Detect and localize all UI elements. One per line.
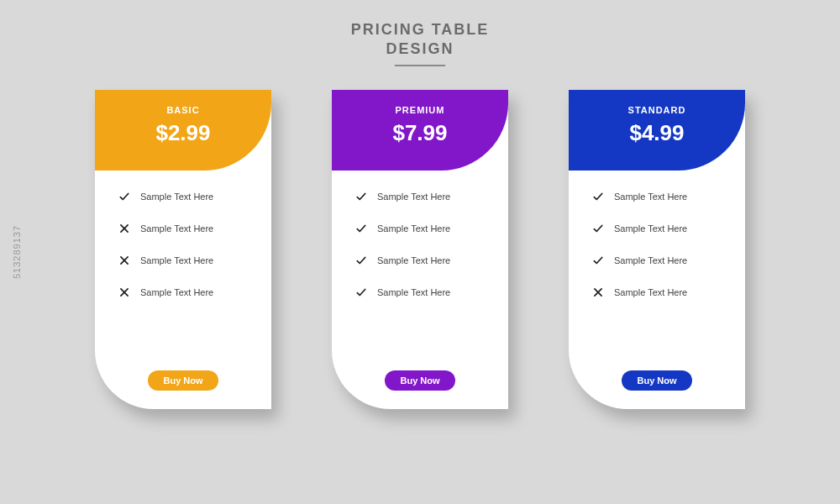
feature-label: Sample Text Here	[377, 287, 450, 297]
feature-item: Sample Text Here	[118, 255, 253, 266]
check-icon	[592, 223, 604, 234]
feature-label: Sample Text Here	[140, 287, 213, 297]
feature-label: Sample Text Here	[614, 223, 687, 234]
card-header: BASIC $2.99	[95, 90, 271, 171]
page-title: PRICING TABLE DESIGN	[0, 0, 840, 66]
feature-item: Sample Text Here	[355, 286, 490, 298]
check-icon	[118, 191, 130, 202]
feature-label: Sample Text Here	[614, 287, 687, 297]
feature-list: Sample Text Here Sample Text Here Sample…	[332, 171, 508, 362]
cross-icon	[592, 286, 604, 298]
buy-now-button[interactable]: Buy Now	[385, 370, 454, 391]
feature-item: Sample Text Here	[118, 286, 253, 298]
plan-name: BASIC	[95, 105, 271, 115]
plan-price: $7.99	[332, 120, 508, 146]
cta-wrap: Buy Now	[569, 362, 745, 409]
feature-label: Sample Text Here	[140, 223, 213, 234]
buy-now-button[interactable]: Buy Now	[148, 370, 218, 391]
plan-price: $2.99	[95, 120, 271, 146]
feature-list: Sample Text Here Sample Text Here Sample…	[95, 171, 271, 362]
feature-list: Sample Text Here Sample Text Here Sample…	[569, 171, 745, 362]
feature-item: Sample Text Here	[118, 223, 253, 234]
feature-item: Sample Text Here	[592, 286, 727, 298]
watermark-id: 513289137	[12, 225, 22, 279]
check-icon	[355, 286, 367, 298]
pricing-card-premium: PREMIUM $7.99 Sample Text Here Sample Te…	[332, 90, 508, 409]
pricing-card-standard: STANDARD $4.99 Sample Text Here Sample T…	[569, 90, 745, 409]
feature-item: Sample Text Here	[592, 255, 727, 266]
cross-icon	[118, 255, 130, 266]
feature-item: Sample Text Here	[355, 191, 490, 202]
feature-label: Sample Text Here	[377, 223, 450, 234]
check-icon	[355, 255, 367, 266]
feature-label: Sample Text Here	[140, 255, 213, 265]
feature-label: Sample Text Here	[140, 192, 213, 202]
title-line-1: PRICING TABLE	[0, 20, 840, 39]
check-icon	[592, 255, 604, 266]
feature-item: Sample Text Here	[355, 255, 490, 266]
feature-item: Sample Text Here	[592, 223, 727, 234]
feature-item: Sample Text Here	[592, 191, 727, 202]
plan-name: PREMIUM	[332, 105, 508, 115]
feature-item: Sample Text Here	[118, 191, 253, 202]
buy-now-button[interactable]: Buy Now	[622, 370, 691, 391]
feature-label: Sample Text Here	[377, 192, 450, 202]
title-underline	[395, 65, 445, 66]
feature-item: Sample Text Here	[355, 223, 490, 234]
check-icon	[355, 223, 367, 234]
pricing-cards: BASIC $2.99 Sample Text Here Sample Text…	[0, 90, 840, 409]
card-header: PREMIUM $7.99	[332, 90, 508, 171]
feature-label: Sample Text Here	[614, 192, 687, 202]
feature-label: Sample Text Here	[614, 255, 687, 265]
check-icon	[592, 191, 604, 202]
cta-wrap: Buy Now	[332, 362, 508, 409]
title-line-2: DESIGN	[0, 39, 840, 59]
pricing-card-basic: BASIC $2.99 Sample Text Here Sample Text…	[95, 90, 271, 409]
cta-wrap: Buy Now	[95, 362, 271, 409]
plan-name: STANDARD	[569, 105, 745, 115]
feature-label: Sample Text Here	[377, 255, 450, 265]
plan-price: $4.99	[569, 120, 745, 146]
cross-icon	[118, 286, 130, 298]
cross-icon	[118, 223, 130, 234]
card-header: STANDARD $4.99	[569, 90, 745, 171]
check-icon	[355, 191, 367, 202]
